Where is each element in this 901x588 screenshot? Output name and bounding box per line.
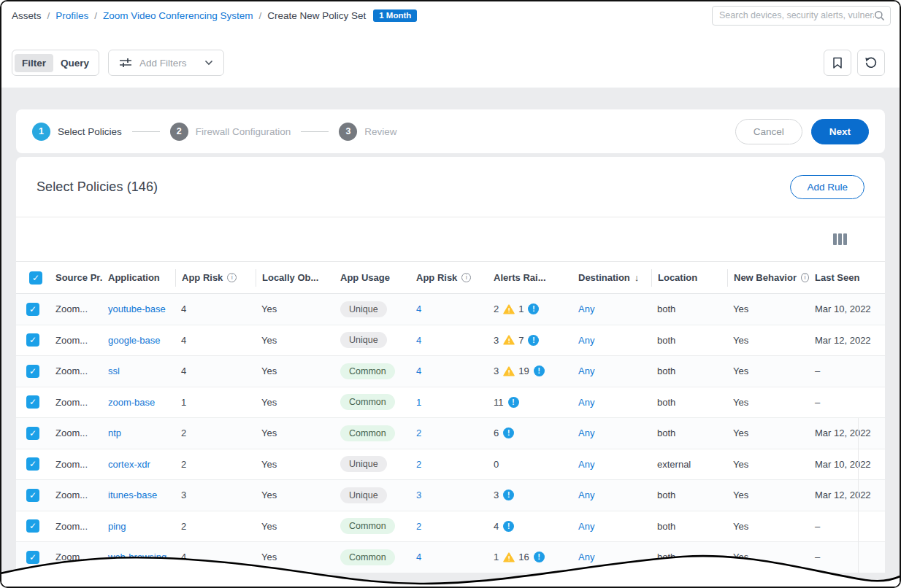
table-row[interactable]: ✓Zoom...ping2YesCommon24!AnybothYes– [16, 511, 885, 543]
query-tab[interactable]: Query [53, 54, 96, 72]
app-risk-2-cell: 4 [410, 335, 488, 346]
app-risk-link[interactable]: 2 [416, 521, 421, 532]
alert-info-icon: ! [503, 428, 514, 438]
add-filters-button[interactable]: Add Filters [108, 50, 224, 76]
destination-link[interactable]: Any [578, 490, 594, 500]
locally-observed-cell: Yes [256, 490, 334, 500]
table-row[interactable]: ✓Zoom...itunes-base3YesUnique33!AnybothY… [16, 480, 885, 511]
row-checkbox[interactable]: ✓ [26, 489, 39, 502]
application-link[interactable]: ntp [108, 428, 121, 438]
destination-link[interactable]: Any [578, 428, 594, 438]
wizard-steps: 1Select Policies2Firewall Configuration3… [32, 123, 397, 141]
column-header-label: New Behavior [734, 272, 797, 283]
column-header[interactable]: Application [102, 269, 175, 287]
column-header[interactable]: Alerts Rai... [488, 269, 572, 287]
add-rule-button[interactable]: Add Rule [790, 175, 864, 199]
app-usage-cell: Common [334, 425, 410, 441]
sort-desc-icon[interactable]: ↓ [634, 272, 640, 283]
column-header[interactable]: New Behaviori [727, 269, 809, 287]
app-risk-link[interactable]: 4 [416, 303, 421, 314]
column-header[interactable]: Location [651, 269, 727, 287]
columns-icon[interactable] [833, 233, 847, 245]
cancel-button[interactable]: Cancel [735, 119, 802, 144]
application-link[interactable]: ping [108, 521, 126, 532]
breadcrumb-item[interactable]: Profiles [55, 10, 88, 21]
app-usage-pill: Unique [340, 301, 387, 317]
alert-count: 6 [494, 428, 499, 438]
column-header[interactable]: Locally Ob... [256, 269, 334, 287]
destination-link[interactable]: Any [578, 303, 594, 314]
destination-link[interactable]: Any [578, 335, 594, 346]
app-risk-link[interactable]: 4 [416, 335, 421, 346]
global-search[interactable] [712, 6, 891, 26]
row-checkbox[interactable]: ✓ [26, 519, 39, 533]
wizard-step[interactable]: 1Select Policies [32, 123, 122, 141]
application-link[interactable]: youtube-base [108, 303, 166, 314]
application-link[interactable]: ssl [108, 365, 120, 376]
info-icon[interactable]: i [461, 273, 471, 282]
destination-link[interactable]: Any [578, 365, 594, 376]
row-checkbox[interactable]: ✓ [26, 457, 39, 471]
column-header[interactable]: App Riski [410, 269, 488, 287]
destination-link[interactable]: Any [578, 459, 594, 470]
app-risk-link[interactable]: 2 [416, 428, 421, 438]
app-risk-link[interactable]: 3 [416, 490, 421, 500]
column-header[interactable]: Source Pr.. [50, 269, 102, 287]
table-row[interactable]: ✓Zoom...ssl4YesCommon4319!AnybothYes– [16, 356, 885, 387]
wizard-step[interactable]: 2Firewall Configuration [170, 123, 291, 141]
app-risk-cell: 1 [175, 397, 256, 408]
row-checkbox[interactable]: ✓ [26, 395, 39, 409]
table-row[interactable]: ✓Zoom...youtube-base4YesUnique421!Anybot… [16, 294, 885, 325]
info-icon[interactable]: i [227, 273, 237, 282]
breadcrumb-item[interactable]: Zoom Video Conferencing System [103, 10, 253, 21]
app-risk-link[interactable]: 4 [416, 365, 421, 376]
destination-link[interactable]: Any [578, 397, 594, 408]
next-button[interactable]: Next [811, 119, 869, 144]
wizard-stepper-card: 1Select Policies2Firewall Configuration3… [16, 109, 885, 153]
row-checkbox[interactable]: ✓ [26, 365, 39, 378]
app-usage-cell: Unique [334, 301, 410, 317]
locally-observed-cell: Yes [256, 428, 334, 438]
select-all-checkbox[interactable]: ✓ [29, 271, 42, 285]
table-row[interactable]: ✓Zoom...ntp2YesCommon26!AnybothYesMar 12… [16, 418, 885, 449]
application-link[interactable]: google-base [108, 335, 161, 346]
application-link[interactable]: itunes-base [108, 490, 157, 500]
app-risk-2-cell: 2 [410, 521, 488, 532]
row-checkbox[interactable]: ✓ [26, 303, 39, 316]
bookmark-button[interactable] [824, 50, 851, 76]
row-checkbox-cell: ✓ [16, 365, 50, 378]
app-risk-cell: 2 [175, 428, 256, 438]
page-canvas: 1Select Policies2Firewall Configuration3… [1, 88, 900, 587]
application-link[interactable]: zoom-base [108, 397, 155, 408]
row-checkbox[interactable]: ✓ [26, 333, 39, 347]
table-row[interactable]: ✓Zoom...cortex-xdr2YesUnique20Anyexterna… [16, 449, 885, 481]
filter-bar: Filter Query Add Filters [1, 29, 900, 88]
info-icon[interactable]: i [801, 273, 809, 282]
step-label: Review [364, 126, 396, 137]
column-header[interactable]: Destination↓ [572, 269, 651, 287]
top-bar: Assets/Profiles/Zoom Video Conferencing … [1, 1, 900, 29]
app-usage-cell: Unique [334, 456, 410, 472]
filter-tab[interactable]: Filter [15, 54, 53, 72]
alert-info-icon: ! [528, 303, 539, 314]
search-input[interactable] [719, 10, 874, 20]
application-link[interactable]: cortex-xdr [108, 459, 150, 470]
app-risk-link[interactable]: 1 [416, 397, 421, 408]
destination-cell: Any [572, 490, 651, 500]
column-header[interactable]: App Riski [175, 269, 256, 287]
application-cell: youtube-base [102, 303, 175, 314]
reset-button[interactable] [857, 50, 885, 76]
app-usage-cell: Common [334, 518, 410, 534]
table-row[interactable]: ✓Zoom...zoom-base1YesCommon111!AnybothYe… [16, 387, 885, 419]
column-header[interactable]: Last Seen [809, 269, 885, 287]
row-checkbox-cell: ✓ [16, 427, 50, 440]
destination-cell: Any [572, 521, 651, 532]
chevron-down-icon [204, 60, 213, 66]
destination-link[interactable]: Any [578, 521, 594, 532]
table-row[interactable]: ✓Zoom...google-base4YesUnique437!Anyboth… [16, 325, 885, 357]
row-checkbox-cell: ✓ [16, 457, 50, 471]
row-checkbox[interactable]: ✓ [26, 427, 39, 440]
column-header[interactable]: App Usage [334, 269, 410, 287]
app-risk-link[interactable]: 2 [416, 459, 421, 470]
wizard-step[interactable]: 3Review [339, 123, 396, 141]
